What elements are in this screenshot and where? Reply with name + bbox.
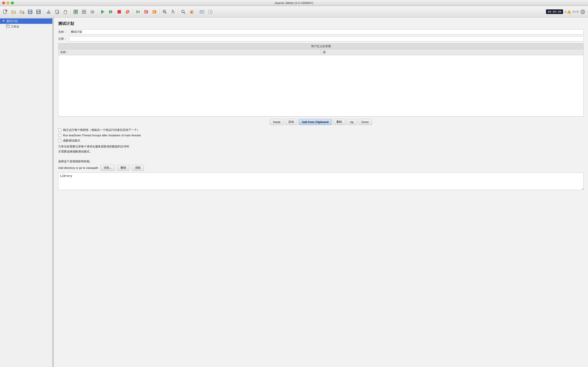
comment-row: 注释：: [58, 36, 584, 42]
empty-area: [58, 55, 583, 117]
toolbar: ✎: [0, 6, 588, 17]
svg-line-45: [184, 12, 185, 14]
list-button[interactable]: [198, 8, 206, 16]
checkbox-row-independent: 独立运行每个线程组（例如在一个组运行结束后启动下一个）: [58, 128, 584, 132]
desc-line-3: [58, 154, 584, 159]
test-plan-icon: [2, 19, 5, 23]
globe-button[interactable]: [579, 8, 587, 16]
run-remote-button[interactable]: [134, 8, 142, 16]
name-input[interactable]: [69, 29, 584, 34]
checkbox-functional[interactable]: [58, 139, 61, 142]
add-button[interactable]: 添加: [285, 119, 297, 125]
workbench-svg: [6, 25, 10, 28]
titlebar: Apache JMeter (3.3 r1808647): [0, 0, 588, 6]
cut-button[interactable]: [45, 8, 53, 16]
delete-button[interactable]: 删除: [333, 119, 346, 125]
checkbox-label-teardown[interactable]: Run tearDown Thread Groups after shutdow…: [63, 134, 141, 137]
stop-button[interactable]: [115, 8, 123, 16]
checkbox-label-independent[interactable]: 独立运行每个线程组（例如在一个组运行结束后启动下一个）: [63, 128, 140, 132]
new-button[interactable]: [1, 8, 9, 16]
save-as-button[interactable]: ✎: [35, 8, 43, 16]
classpath-textarea[interactable]: Library: [58, 173, 584, 190]
classpath-clear-button[interactable]: 清除: [132, 165, 144, 171]
close-button[interactable]: [2, 1, 5, 4]
name-row: 名称：: [58, 29, 584, 34]
variables-section-title: 用户定义的变量: [58, 43, 584, 49]
window-title: Apache JMeter (3.3 r1808647): [275, 1, 313, 5]
toolbar-separator-7: [197, 8, 197, 15]
expand-button[interactable]: [72, 8, 80, 16]
comment-input[interactable]: [69, 36, 584, 42]
svg-point-11: [49, 12, 50, 14]
shutdown-remote-button[interactable]: [150, 8, 158, 16]
shutdown-remote-icon: [152, 9, 157, 14]
start-button[interactable]: [99, 8, 106, 16]
svg-marker-34: [137, 10, 139, 13]
function-button[interactable]: [169, 8, 177, 16]
list-icon: [199, 9, 204, 14]
svg-rect-16: [56, 10, 58, 13]
open-recent-button[interactable]: [18, 8, 26, 16]
sidebar-item-test-plan[interactable]: 测试计划: [0, 18, 52, 24]
checkbox-label-functional[interactable]: 函数测试模式: [63, 139, 80, 143]
variables-button-row: Detail 添加 Add from Clipboard 删除 Up Down: [58, 119, 584, 125]
start-icon: [100, 9, 105, 14]
comment-label: 注释：: [58, 37, 69, 41]
open-button[interactable]: [10, 8, 17, 16]
collapse-button[interactable]: [80, 8, 88, 16]
col-value-header: 值: [321, 49, 583, 55]
stop-remote-button[interactable]: [142, 8, 150, 16]
copy-button[interactable]: [53, 8, 61, 16]
down-button[interactable]: Down: [358, 119, 372, 125]
warning-count: 1 !: [565, 10, 571, 14]
checkbox-row-functional: 函数测试模式: [58, 139, 584, 143]
toggle-button[interactable]: [88, 8, 96, 16]
add-from-clipboard-button[interactable]: Add from Clipboard: [299, 119, 332, 125]
workbench-icon: [6, 25, 10, 29]
svg-point-44: [182, 10, 184, 13]
svg-marker-28: [101, 10, 104, 14]
desc-line-4: 选择这个选项很影响性能。: [58, 159, 584, 164]
svg-rect-36: [144, 10, 147, 13]
minimize-button[interactable]: [7, 1, 9, 4]
maximize-button[interactable]: [11, 1, 14, 4]
save-button[interactable]: [26, 8, 34, 16]
classpath-delete-button[interactable]: 删除: [117, 165, 130, 171]
toolbar-separator-3: [97, 8, 98, 15]
sidebar-item-workbench[interactable]: 工作台: [0, 24, 52, 29]
variables-table: 名称： 值: [58, 49, 583, 117]
timer-display: 00:00:00: [546, 9, 563, 14]
toolbar-separator-2: [70, 8, 71, 15]
start-no-pause-button[interactable]: [107, 8, 115, 16]
save-as-icon: ✎: [36, 9, 41, 14]
paste-button[interactable]: [61, 8, 69, 16]
up-button[interactable]: Up: [347, 119, 357, 125]
run-remote-icon: [135, 9, 140, 14]
content-panel: 测试计划 名称： 注释： 用户定义的变量 名称： 值: [54, 17, 588, 367]
svg-rect-19: [74, 10, 76, 12]
svg-line-13: [49, 11, 49, 12]
open-icon: [11, 9, 16, 14]
checkbox-independent[interactable]: [58, 128, 61, 132]
svg-rect-5: [29, 12, 32, 14]
sidebar-label-workbench: 工作台: [11, 25, 19, 29]
search-button[interactable]: [179, 8, 187, 16]
svg-line-12: [48, 11, 49, 12]
clear-button[interactable]: [188, 8, 196, 16]
help-icon: ?: [208, 9, 213, 14]
main-layout: 测试计划 工作台 测试计划 名称： 注释：: [0, 17, 588, 367]
copy-icon: [55, 9, 60, 14]
clear-icon: [189, 9, 194, 14]
analyze-button[interactable]: [161, 8, 169, 16]
shutdown-button[interactable]: [124, 8, 131, 16]
start-no-pause-icon: [109, 9, 113, 14]
expand-icon: [73, 9, 78, 14]
browse-button[interactable]: 浏览...: [100, 165, 115, 171]
detail-button[interactable]: Detail: [270, 119, 284, 125]
classpath-row: Add directory or jar to classpath 浏览... …: [58, 165, 584, 171]
svg-rect-22: [76, 12, 78, 14]
test-plan-svg: [2, 19, 5, 23]
help-button[interactable]: ?: [206, 8, 214, 16]
toolbar-separator-5: [159, 8, 160, 15]
checkbox-teardown[interactable]: [58, 134, 61, 137]
